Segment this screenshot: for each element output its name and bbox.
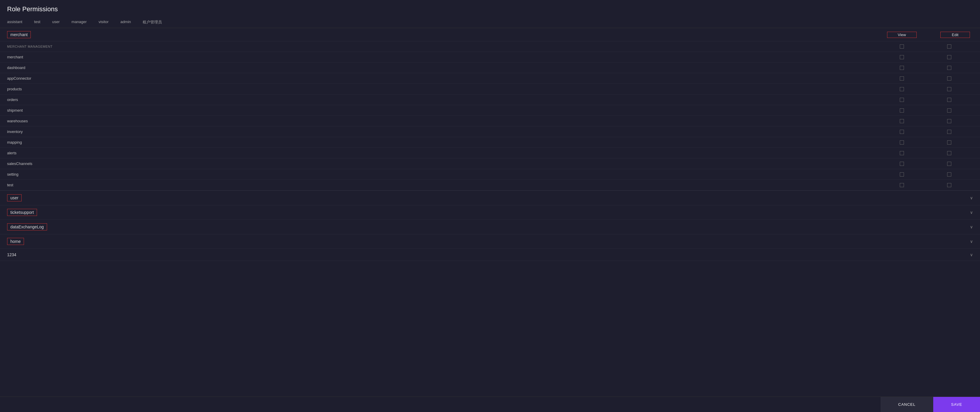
col-edit-test[interactable]	[926, 183, 973, 187]
row-name-inventory: inventory	[7, 129, 878, 134]
col-edit-merchant[interactable]	[926, 55, 973, 59]
col-view-warehouses[interactable]	[878, 119, 926, 123]
edit-checkbox-orders[interactable]	[947, 98, 951, 102]
edit-checkbox-header[interactable]	[947, 45, 951, 49]
view-checkbox-dashboard[interactable]	[900, 66, 904, 70]
edit-checkbox-alerts[interactable]	[947, 151, 951, 155]
col-edit-setting[interactable]	[926, 172, 973, 177]
section-header-user[interactable]: user∨	[0, 191, 980, 205]
section-label-home: home	[7, 238, 24, 245]
tab-admin[interactable]: admin	[121, 17, 143, 28]
view-checkbox-alerts[interactable]	[900, 151, 904, 155]
edit-checkbox-test[interactable]	[947, 183, 951, 187]
merchant-row-shipment: shipment	[0, 105, 980, 116]
merchant-section-label: merchant	[7, 31, 31, 38]
view-header-label: View	[887, 32, 917, 38]
view-checkbox-warehouses[interactable]	[900, 119, 904, 123]
col-view-setting[interactable]	[878, 172, 926, 177]
edit-checkbox-shipment[interactable]	[947, 109, 951, 113]
edit-checkbox-appConnector[interactable]	[947, 77, 951, 81]
col-view-merchant[interactable]	[878, 55, 926, 59]
edit-checkbox-mapping[interactable]	[947, 141, 951, 145]
edit-checkbox-inventory[interactable]	[947, 130, 951, 134]
tab-merchant-manager[interactable]: 租户管理员	[143, 17, 174, 28]
chevron-down-icon-home: ∨	[970, 239, 973, 244]
section-header-home[interactable]: home∨	[0, 234, 980, 249]
view-checkbox-products[interactable]	[900, 87, 904, 91]
tab-assistant[interactable]: assistant	[7, 17, 34, 28]
col-edit-mapping[interactable]	[926, 141, 973, 145]
col-edit-header[interactable]	[926, 45, 973, 49]
view-checkbox-header[interactable]	[900, 45, 904, 49]
bottom-bar: CANCEL SAVE	[0, 397, 980, 412]
merchant-row-dashboard: dashboard	[0, 62, 980, 73]
edit-checkbox-setting[interactable]	[947, 172, 951, 177]
row-name-alerts: alerts	[7, 151, 878, 155]
edit-checkbox-dashboard[interactable]	[947, 66, 951, 70]
merchant-row-products: products	[0, 84, 980, 94]
merchant-rows-container: merchant dashboard appConnector	[0, 52, 980, 190]
col-edit-inventory[interactable]	[926, 130, 973, 134]
col-edit-salesChannels[interactable]	[926, 162, 973, 166]
row-name-orders: orders	[7, 97, 878, 102]
section-header-ticketsupport[interactable]: ticketsupport∨	[0, 205, 980, 219]
merchant-row-salesChannels: salesChannels	[0, 158, 980, 169]
col-edit-dashboard[interactable]	[926, 66, 973, 70]
view-checkbox-mapping[interactable]	[900, 141, 904, 145]
col-view-test[interactable]	[878, 183, 926, 187]
view-checkbox-test[interactable]	[900, 183, 904, 187]
view-checkbox-merchant[interactable]	[900, 55, 904, 59]
cancel-button[interactable]: CANCEL	[881, 397, 934, 412]
col-view-appConnector[interactable]	[878, 77, 926, 81]
view-checkbox-inventory[interactable]	[900, 130, 904, 134]
section-home: home∨	[0, 234, 980, 249]
col-view-mapping[interactable]	[878, 141, 926, 145]
tab-test[interactable]: test	[34, 17, 52, 28]
col-view-orders[interactable]	[878, 98, 926, 102]
section-header-1234[interactable]: 1234∨	[0, 249, 980, 261]
col-edit-products[interactable]	[926, 87, 973, 91]
merchant-management-row: MERCHANT MANAGEMENT	[0, 42, 980, 52]
view-checkbox-orders[interactable]	[900, 98, 904, 102]
col-view-shipment[interactable]	[878, 109, 926, 113]
view-checkbox-shipment[interactable]	[900, 109, 904, 113]
col-view-salesChannels[interactable]	[878, 162, 926, 166]
col-view-header[interactable]	[878, 45, 926, 49]
col-edit-warehouses[interactable]	[926, 119, 973, 123]
col-edit-alerts[interactable]	[926, 151, 973, 155]
col-edit-orders[interactable]	[926, 98, 973, 102]
merchant-row-warehouses: warehouses	[0, 116, 980, 126]
tab-user[interactable]: user	[52, 17, 72, 28]
edit-checkbox-products[interactable]	[947, 87, 951, 91]
col-edit-appConnector[interactable]	[926, 77, 973, 81]
col-view-dashboard[interactable]	[878, 66, 926, 70]
merchant-row-merchant: merchant	[0, 52, 980, 62]
row-name-merchant: merchant	[7, 55, 878, 59]
edit-checkbox-merchant[interactable]	[947, 55, 951, 59]
view-edit-header: View Edit	[887, 32, 970, 38]
col-view-products[interactable]	[878, 87, 926, 91]
section-dataExchangeLog: dataExchangeLog∨	[0, 220, 980, 234]
page-title: Role Permissions	[0, 0, 980, 17]
collapsible-sections-container: user∨ticketsupport∨dataExchangeLog∨home∨…	[0, 191, 980, 261]
edit-checkbox-warehouses[interactable]	[947, 119, 951, 123]
view-checkbox-salesChannels[interactable]	[900, 162, 904, 166]
col-edit-shipment[interactable]	[926, 109, 973, 113]
row-name-test: test	[7, 183, 878, 187]
view-checkbox-appConnector[interactable]	[900, 77, 904, 81]
section-label-1234: 1234	[7, 252, 16, 257]
merchant-row-orders: orders	[0, 94, 980, 105]
col-view-alerts[interactable]	[878, 151, 926, 155]
col-view-inventory[interactable]	[878, 130, 926, 134]
tab-visitor[interactable]: visitor	[99, 17, 121, 28]
chevron-down-icon-1234: ∨	[970, 252, 973, 257]
section-header-dataExchangeLog[interactable]: dataExchangeLog∨	[0, 220, 980, 234]
row-name-products: products	[7, 87, 878, 91]
edit-checkbox-salesChannels[interactable]	[947, 162, 951, 166]
row-name-shipment: shipment	[7, 108, 878, 113]
view-checkbox-setting[interactable]	[900, 172, 904, 177]
merchant-row-test: test	[0, 180, 980, 190]
save-button[interactable]: SAVE	[933, 397, 980, 412]
row-name-dashboard: dashboard	[7, 65, 878, 70]
tab-manager[interactable]: manager	[72, 17, 99, 28]
